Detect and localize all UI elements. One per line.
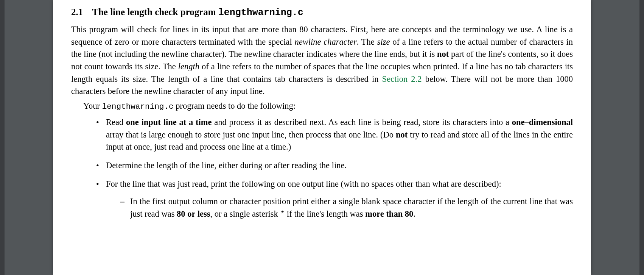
document-page: 2.1The line length check program lengthw… (53, 0, 591, 275)
italic-text: size (377, 37, 390, 47)
inline-code: lengthwarning.c (102, 102, 174, 111)
text-run: if the line's length was (285, 209, 365, 219)
list-item: Read one input line at a time and proces… (98, 116, 573, 153)
viewer-edge-right (639, 0, 644, 275)
sub-list-item: In the first output column or character … (122, 195, 573, 220)
text-run: , or a single asterisk (210, 209, 280, 219)
text-run: Read (106, 117, 126, 127)
bold-text: not (437, 49, 449, 59)
bold-text: not (396, 130, 408, 139)
bold-text: 80 or less (177, 209, 210, 219)
sub-list: In the first output column or character … (106, 195, 573, 220)
bold-text: one input line at a time (126, 117, 212, 127)
text-run: program needs to do the following: (174, 101, 296, 111)
text-run: Determine the length of the line, either… (106, 161, 347, 170)
italic-text: length (178, 62, 199, 71)
bold-text: one–dimensional (512, 117, 573, 127)
section-link[interactable]: Section 2.2 (382, 74, 422, 84)
bold-text: more than 80 (365, 209, 413, 219)
text-run: . (413, 209, 415, 219)
section-number: 2.1 (71, 7, 83, 17)
text-run: . The (357, 37, 377, 47)
text-run: and process it as described next. As eac… (212, 117, 512, 127)
section-title-code: lengthwarning.c (218, 7, 303, 18)
viewer-edge-left (0, 0, 5, 275)
text-run: Your (83, 101, 102, 111)
list-item: For the line that was just read, print t… (98, 178, 573, 220)
paragraph-1: This program will check for lines in its… (71, 23, 573, 98)
pdf-viewer-viewport: 2.1The line length check program lengthw… (0, 0, 644, 275)
section-heading: 2.1The line length check program lengthw… (71, 7, 573, 18)
requirements-list: Read one input line at a time and proces… (71, 116, 573, 220)
asterisk-symbol: * (280, 210, 285, 219)
list-item: Determine the length of the line, either… (98, 159, 573, 172)
section-title-text: The line length check program (92, 7, 218, 17)
text-run: For the line that was just read, print t… (106, 179, 501, 189)
italic-text: newline character (294, 37, 356, 47)
text-run: array that is large enough to store just… (106, 130, 396, 139)
paragraph-2: Your lengthwarning.c program needs to do… (71, 100, 573, 112)
